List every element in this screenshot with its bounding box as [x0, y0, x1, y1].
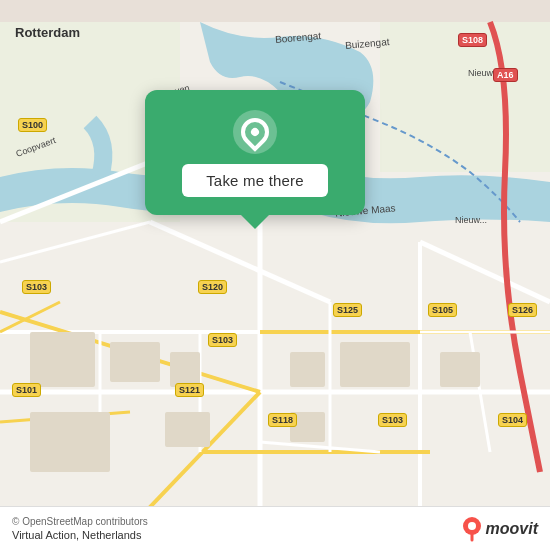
moovit-brand-text: moovit: [486, 520, 538, 538]
pin-icon: [233, 110, 277, 154]
svg-rect-28: [290, 352, 325, 387]
svg-rect-27: [170, 352, 200, 387]
svg-rect-30: [440, 352, 480, 387]
svg-rect-29: [340, 342, 410, 387]
moovit-pin-icon: [462, 516, 482, 542]
svg-rect-25: [30, 332, 95, 387]
pin-shape: [235, 112, 275, 152]
attribution-text: © OpenStreetMap contributors: [12, 516, 148, 527]
badge-s103-2: S103: [208, 333, 237, 347]
map-svg: [0, 0, 550, 550]
badge-s103-1: S103: [22, 280, 51, 294]
badge-a16: A16: [493, 68, 518, 82]
badge-s105: S105: [428, 303, 457, 317]
location-text: Virtual Action, Netherlands: [12, 529, 148, 541]
badge-s125: S125: [333, 303, 362, 317]
badge-s118: S118: [268, 413, 297, 427]
badge-s103-3: S103: [378, 413, 407, 427]
moovit-logo: moovit: [462, 516, 538, 542]
city-label-rotterdam: Rotterdam: [15, 25, 80, 40]
badge-s126: S126: [508, 303, 537, 317]
map-container: Rotterdam Boorengat Buizengat Wijnhaven …: [0, 0, 550, 550]
badge-s101: S101: [12, 383, 41, 397]
badge-s120: S120: [198, 280, 227, 294]
badge-s104: S104: [498, 413, 527, 427]
bottom-bar: © OpenStreetMap contributors Virtual Act…: [0, 506, 550, 550]
badge-s121: S121: [175, 383, 204, 397]
svg-rect-31: [30, 412, 110, 472]
svg-rect-32: [165, 412, 210, 447]
badge-s100: S100: [18, 118, 47, 132]
svg-point-35: [468, 522, 476, 530]
badge-s108: S108: [458, 33, 487, 47]
location-popup: Take me there: [145, 90, 365, 215]
take-me-there-button[interactable]: Take me there: [182, 164, 328, 197]
svg-rect-26: [110, 342, 160, 382]
map-label-nw2: Nieuw...: [455, 215, 487, 225]
